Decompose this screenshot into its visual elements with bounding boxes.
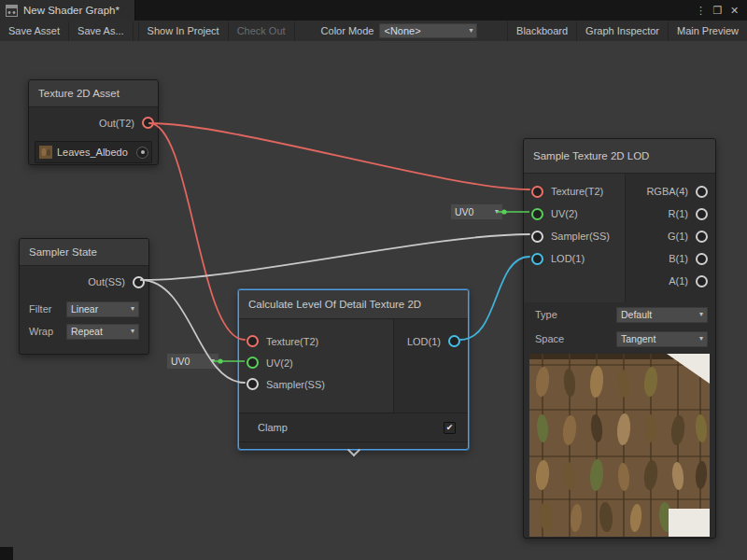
node-header[interactable]: Texture 2D Asset — [29, 80, 158, 107]
graph-inspector-toggle[interactable]: Graph Inspector — [576, 21, 668, 41]
texture-thumbnail-icon — [39, 146, 52, 159]
port-row: Sampler(SS) G(1) — [524, 225, 715, 247]
port-label: UV(2) — [551, 208, 578, 219]
port-in-texture[interactable] — [247, 335, 259, 347]
node-title: Sample Texture 2D LOD — [533, 150, 649, 161]
type-label: Type — [535, 309, 576, 320]
port-label: LOD(1) — [407, 336, 441, 347]
filter-label: Filter — [29, 303, 61, 315]
close-icon[interactable]: ✕ — [726, 2, 742, 19]
window-controls: ⋮ ❒ ✕ — [693, 2, 747, 19]
node-title: Sampler State — [29, 246, 97, 258]
port-out-b[interactable] — [696, 253, 708, 265]
port-label: G(1) — [668, 231, 688, 242]
titlebar: New Shader Graph* ⋮ ❒ ✕ — [0, 0, 747, 21]
port-label: R(1) — [669, 208, 688, 219]
color-mode-dropdown[interactable]: <None> ▾ — [379, 23, 477, 38]
port-in-uv[interactable] — [247, 357, 259, 369]
port-out-r[interactable] — [696, 208, 708, 220]
clamp-checkbox[interactable]: ✔ — [444, 422, 456, 434]
chevron-down-icon: ▾ — [699, 311, 703, 318]
object-picker-icon[interactable] — [136, 147, 148, 159]
port-label: Out(T2) — [99, 118, 134, 129]
object-picker-dot — [141, 150, 145, 154]
port-label: UV(2) — [266, 357, 293, 369]
uv-channel-dropdown-calc[interactable]: UV0 ▾ — [166, 353, 219, 370]
input-row: Sampler(SS) — [239, 373, 468, 395]
node-sample-texture-2d-lod[interactable]: Sample Texture 2D LOD Texture(T2) RGBA(4… — [523, 138, 716, 539]
output-row: LOD(1) — [407, 330, 468, 352]
wire-sampler-to-sample[interactable] — [141, 234, 529, 280]
clamp-label: Clamp — [258, 422, 288, 433]
node-title: Calculate Level Of Detail Texture 2D — [248, 299, 421, 310]
ports-area: Texture(T2) UV(2) Sampler(SS) LOD(1) — [239, 319, 468, 413]
document-title: New Shader Graph* — [23, 5, 120, 16]
port-out-t2[interactable] — [142, 117, 154, 129]
toolbar-right-group: Blackboard Graph Inspector Main Preview — [507, 21, 747, 41]
port-label: A(1) — [669, 275, 688, 287]
chevron-down-icon: ▾ — [211, 357, 215, 365]
port-out-rgba[interactable] — [696, 186, 708, 198]
wrap-label: Wrap — [29, 326, 61, 337]
chevron-down-icon: ▾ — [699, 335, 703, 343]
uv-channel-value: UV0 — [171, 356, 190, 367]
wire-texture-to-calc[interactable] — [149, 123, 245, 340]
node-title: Texture 2D Asset — [38, 88, 120, 99]
node-calculate-lod-texture-2d[interactable]: Calculate Level Of Detail Texture 2D Tex… — [238, 289, 469, 450]
port-in-uv[interactable] — [531, 208, 543, 220]
show-in-project-button[interactable]: Show In Project — [138, 21, 229, 41]
wire-lod-to-sample[interactable] — [460, 257, 529, 340]
port-label: Sampler(SS) — [551, 231, 610, 242]
save-asset-button[interactable]: Save Asset — [0, 21, 69, 41]
type-value: Default — [621, 309, 652, 320]
preview-image — [529, 354, 710, 537]
port-label: Texture(T2) — [266, 336, 318, 347]
port-out-lod[interactable] — [448, 335, 460, 347]
document-tab[interactable]: New Shader Graph* — [0, 0, 135, 21]
wrap-dropdown[interactable]: Repeat ▾ — [66, 324, 139, 340]
type-dropdown[interactable]: Default ▾ — [616, 307, 708, 323]
menu-icon[interactable]: ⋮ — [693, 2, 709, 19]
space-row: Space Tangent ▾ — [524, 327, 715, 351]
node-sampler-state[interactable]: Sampler State Out(SS) Filter Linear ▾ Wr… — [19, 238, 149, 355]
maximize-icon[interactable]: ❒ — [710, 2, 726, 19]
port-in-lod[interactable] — [531, 253, 543, 265]
port-out-a[interactable] — [696, 275, 708, 287]
chevron-down-icon: ▾ — [131, 305, 134, 313]
node-header[interactable]: Calculate Level Of Detail Texture 2D — [239, 290, 468, 319]
graph-canvas[interactable]: Texture 2D Asset Out(T2) Leaves_Albedo S… — [0, 41, 747, 560]
uv-channel-value: UV0 — [455, 206, 473, 217]
port-in-sampler[interactable] — [531, 231, 543, 243]
port-out-ss[interactable] — [133, 276, 145, 288]
node-header[interactable]: Sampler State — [20, 239, 148, 266]
port-label: RGBA(4) — [646, 186, 688, 197]
wrap-row: Wrap Repeat ▾ — [20, 320, 148, 343]
chevron-down-icon: ▾ — [495, 208, 499, 216]
node-header[interactable]: Sample Texture 2D LOD — [524, 139, 715, 174]
column-divider — [625, 174, 626, 302]
port-out-g[interactable] — [696, 231, 708, 243]
filter-dropdown[interactable]: Linear ▾ — [66, 301, 139, 317]
wire-texture-to-sample[interactable] — [149, 123, 529, 189]
save-as-button[interactable]: Save As... — [69, 21, 134, 41]
main-preview-toggle[interactable]: Main Preview — [668, 21, 747, 41]
port-label: B(1) — [669, 253, 688, 264]
space-value: Tangent — [621, 333, 655, 344]
check-out-button: Check Out — [229, 21, 295, 41]
color-mode-value: <None> — [384, 25, 420, 36]
port-label: LOD(1) — [551, 253, 585, 264]
output-row: Out(T2) — [29, 107, 158, 138]
shader-graph-icon — [6, 5, 18, 17]
filter-row: Filter Linear ▾ — [20, 298, 148, 320]
node-texture-2d-asset[interactable]: Texture 2D Asset Out(T2) Leaves_Albedo — [28, 79, 159, 165]
uv-channel-dropdown-sample[interactable]: UV0 ▾ — [450, 203, 503, 220]
space-dropdown[interactable]: Tangent ▾ — [616, 331, 708, 347]
port-in-texture[interactable] — [531, 186, 543, 198]
collapse-control[interactable] — [239, 441, 468, 462]
port-in-sampler[interactable] — [247, 378, 259, 390]
shader-graph-window: New Shader Graph* ⋮ ❒ ✕ Save Asset Save … — [0, 0, 747, 560]
space-label: Space — [535, 333, 576, 344]
blackboard-toggle[interactable]: Blackboard — [507, 21, 576, 41]
port-label: Sampler(SS) — [266, 379, 325, 390]
texture-object-field[interactable]: Leaves_Albedo — [35, 141, 152, 163]
